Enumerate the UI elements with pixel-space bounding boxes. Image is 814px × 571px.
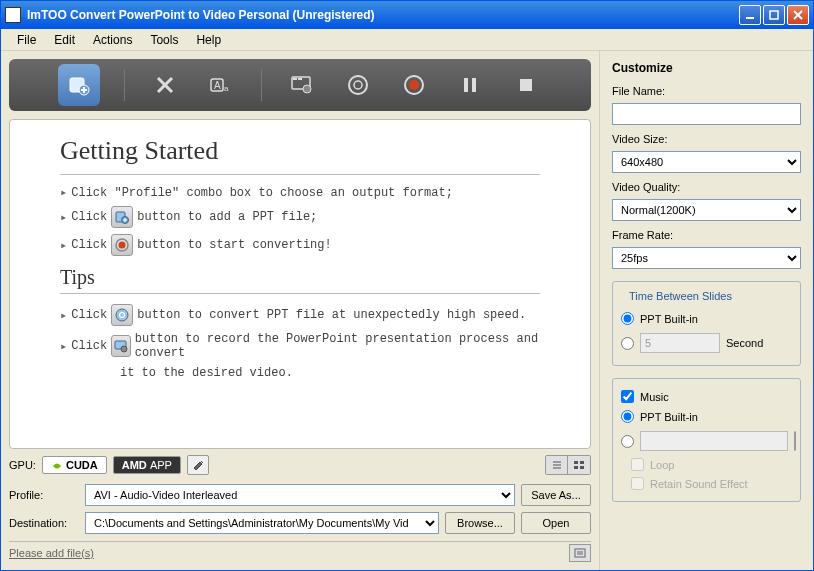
svg-rect-21 <box>464 78 468 92</box>
app-window: ImTOO Convert PowerPoint to Video Person… <box>0 0 814 571</box>
quality-select[interactable]: Normal(1200K) <box>612 199 801 221</box>
thumb-view-button[interactable] <box>568 456 590 474</box>
destination-select[interactable]: C:\Documents and Settings\Administrator\… <box>85 512 439 534</box>
svg-point-29 <box>119 242 126 249</box>
tbs-builtin-row: PPT Built-in <box>621 308 792 329</box>
details-button[interactable] <box>569 544 591 562</box>
gpu-row: GPU: CUDA AMD APP <box>9 449 591 481</box>
framerate-select[interactable]: 25fps <box>612 247 801 269</box>
tbs-unit-label: Second <box>726 337 763 349</box>
svg-text:A: A <box>214 80 221 91</box>
add-file-icon <box>111 206 133 228</box>
svg-rect-1 <box>770 11 778 19</box>
music-browse-button[interactable] <box>794 431 796 451</box>
add-file-button[interactable] <box>58 64 100 106</box>
tbs-builtin-label: PPT Built-in <box>640 313 698 325</box>
convert-icon <box>111 234 133 256</box>
tip-2: ▸Click button to record the PowerPoint p… <box>60 332 540 360</box>
left-panel: Aa Getting Sta <box>1 51 599 570</box>
record-icon <box>111 335 131 357</box>
destination-row: Destination: C:\Documents and Settings\A… <box>9 509 591 537</box>
filename-input[interactable] <box>612 103 801 125</box>
titlebar: ImTOO Convert PowerPoint to Video Person… <box>1 1 813 29</box>
profile-row: Profile: AVI - Audio-Video Interleaved S… <box>9 481 591 509</box>
toolbar-divider <box>261 69 262 101</box>
music-file-input <box>640 431 788 451</box>
tip-1: ▸Click button to convert PPT file at une… <box>60 304 540 326</box>
rename-button[interactable]: Aa <box>205 69 237 101</box>
tbs-custom-radio[interactable] <box>621 337 634 350</box>
menu-actions[interactable]: Actions <box>85 31 140 49</box>
quality-label: Video Quality: <box>612 181 801 193</box>
open-button[interactable]: Open <box>521 512 591 534</box>
step-3: ▸Click button to start converting! <box>60 234 540 256</box>
music-checkbox[interactable] <box>621 390 634 403</box>
music-custom-radio[interactable] <box>621 435 634 448</box>
svg-rect-39 <box>574 466 578 469</box>
svg-rect-41 <box>575 549 585 557</box>
music-builtin-radio[interactable] <box>621 410 634 423</box>
svg-rect-14 <box>293 78 297 80</box>
customize-panel: Customize File Name: Video Size: 640x480… <box>599 51 813 570</box>
loop-label: Loop <box>650 459 674 471</box>
browse-button[interactable]: Browse... <box>445 512 515 534</box>
svg-rect-37 <box>574 461 578 464</box>
minimize-button[interactable] <box>739 5 761 25</box>
view-toggle <box>545 455 591 475</box>
list-view-button[interactable] <box>546 456 568 474</box>
menu-tools[interactable]: Tools <box>142 31 186 49</box>
record-slideshow-button[interactable] <box>286 69 318 101</box>
time-between-slides-group: Time Between Slides PPT Built-in Second <box>612 281 801 366</box>
gpu-label: GPU: <box>9 459 36 471</box>
loop-row: Loop <box>621 455 792 474</box>
profile-select[interactable]: AVI - Audio-Video Interleaved <box>85 484 515 506</box>
svg-point-33 <box>121 346 127 352</box>
tbs-legend: Time Between Slides <box>625 290 736 302</box>
svg-rect-38 <box>580 461 584 464</box>
tbs-builtin-radio[interactable] <box>621 312 634 325</box>
music-custom-row <box>621 427 792 455</box>
loop-checkbox <box>631 458 644 471</box>
settings-button[interactable] <box>187 455 209 475</box>
tbs-seconds-input <box>640 333 720 353</box>
pause-button[interactable] <box>454 69 486 101</box>
fast-convert-button[interactable] <box>342 69 374 101</box>
fast-convert-icon <box>111 304 133 326</box>
svg-point-18 <box>354 81 362 89</box>
save-as-button[interactable]: Save As... <box>521 484 591 506</box>
status-row: Please add file(s) <box>9 541 591 562</box>
app-icon <box>5 7 21 23</box>
cuda-badge[interactable]: CUDA <box>42 456 107 474</box>
menu-edit[interactable]: Edit <box>46 31 83 49</box>
customize-heading: Customize <box>612 61 801 75</box>
content-area: Getting Started ▸Click "Profile" combo b… <box>9 119 591 449</box>
remove-button[interactable] <box>149 69 181 101</box>
status-text: Please add file(s) <box>9 547 569 559</box>
svg-rect-15 <box>298 78 302 80</box>
music-builtin-label: PPT Built-in <box>640 411 698 423</box>
tips-heading: Tips <box>60 266 540 289</box>
toolbar-divider <box>124 69 125 101</box>
retain-row: Retain Sound Effect <box>621 474 792 493</box>
menubar: File Edit Actions Tools Help <box>1 29 813 51</box>
svg-rect-22 <box>472 78 476 92</box>
getting-started-heading: Getting Started <box>60 136 540 166</box>
tbs-custom-row: Second <box>621 329 792 357</box>
convert-button[interactable] <box>398 69 430 101</box>
step-1: ▸Click "Profile" combo box to choose an … <box>60 185 540 200</box>
framerate-label: Frame Rate: <box>612 229 801 241</box>
retain-checkbox <box>631 477 644 490</box>
music-builtin-row: PPT Built-in <box>621 406 792 427</box>
divider <box>60 293 540 294</box>
videosize-select[interactable]: 640x480 <box>612 151 801 173</box>
menu-file[interactable]: File <box>9 31 44 49</box>
stop-button[interactable] <box>510 69 542 101</box>
filename-label: File Name: <box>612 85 801 97</box>
svg-rect-23 <box>520 79 532 91</box>
videosize-label: Video Size: <box>612 133 801 145</box>
window-controls <box>739 5 809 25</box>
amd-badge[interactable]: AMD APP <box>113 456 181 474</box>
menu-help[interactable]: Help <box>188 31 229 49</box>
close-button[interactable] <box>787 5 809 25</box>
maximize-button[interactable] <box>763 5 785 25</box>
